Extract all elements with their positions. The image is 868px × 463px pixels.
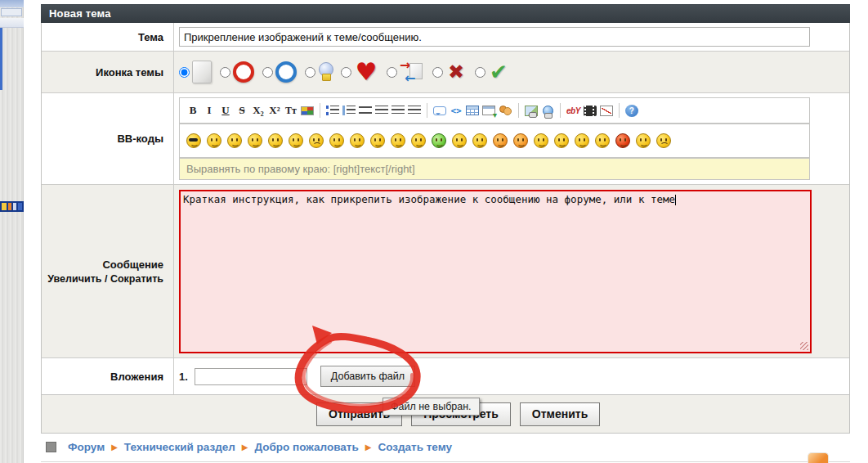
link-icon[interactable] [541,106,554,116]
table-icon[interactable] [466,106,479,115]
smiley-confused-icon[interactable] [207,133,221,148]
message-textarea[interactable]: Краткая инструкция, как прикрепить изобр… [179,190,812,353]
topic-icon-option-heart[interactable] [341,61,378,83]
bbcode-toolbar: BIUSX₂X²Тт<>ebY? [180,98,809,123]
smiley-dead-icon[interactable] [391,133,405,148]
bold-icon[interactable]: B [186,103,199,118]
breadcrumb: Форум▶Технический раздел▶Добро пожаловат… [41,434,850,462]
strikethrough-icon[interactable]: S [235,103,248,118]
topic-icon-radio[interactable] [387,67,397,78]
message-shrink-link[interactable]: Сократить [110,273,163,285]
smiley-devil-icon[interactable] [615,133,630,148]
align-center-icon[interactable] [391,106,405,115]
bbcodes-row: ВВ-коды BIUSX₂X²Тт<>ebY? Выравнять по пр… [42,93,849,185]
textarea-resize-grip[interactable] [800,342,808,350]
smiley-smile-icon[interactable] [227,133,242,148]
image-icon[interactable] [525,106,538,116]
smiley-wacko-icon[interactable] [636,133,651,148]
list-bullet-icon[interactable] [326,106,339,115]
italic-icon[interactable]: I [203,103,216,118]
smiley-biggrin-icon[interactable] [248,133,262,148]
message-label: Сообщение [102,258,163,271]
topic-icon-option-standard[interactable] [179,61,212,83]
cross-topic-icon [445,61,467,83]
smiley-sick-icon[interactable] [432,133,446,148]
code-icon[interactable]: <> [450,103,463,118]
superscript-icon[interactable]: X² [268,103,281,118]
breadcrumb-separator-icon: ▶ [111,443,118,452]
topic-icon-options [179,61,844,83]
font-size-icon[interactable]: Тт [284,103,298,118]
topic-icon-radio[interactable] [179,67,190,78]
cancel-button[interactable]: Отменить [520,402,600,426]
smiley-angry-icon[interactable] [656,133,671,148]
message-enlarge-link[interactable]: Увеличить [47,273,101,285]
align-left-icon[interactable] [375,106,388,115]
smiley-tongue-icon[interactable] [289,133,303,148]
breadcrumb-link[interactable]: Добро пожаловать [255,441,359,453]
smiley-crosseyes-icon[interactable] [472,133,487,148]
attachment-number: 1. [179,371,188,383]
smiley-wink-icon[interactable] [268,133,283,148]
smiley-blush-icon[interactable] [493,133,508,148]
chart-icon[interactable] [600,106,613,116]
smiley-sleep-icon[interactable] [575,133,589,148]
text-color-icon[interactable] [301,106,314,115]
underline-icon[interactable]: U [219,103,232,118]
bbcode-hint: Выравнять по правому краю: [right]текст[… [179,158,810,180]
topic-icon-option-question[interactable] [262,61,297,83]
topic-icon-radio[interactable] [262,67,273,78]
topic-icon-radio[interactable] [305,67,315,78]
topic-icon-option-check[interactable] [475,61,509,83]
subscript-icon[interactable]: X₂ [252,103,265,118]
horizontal-rule-icon[interactable] [359,106,372,115]
smiley-cool-icon[interactable] [186,133,201,148]
users-icon[interactable] [499,105,512,116]
breadcrumb-link[interactable]: Создать тему [378,441,452,453]
topic-row: Тема [42,23,849,52]
smiley-bar [179,124,810,158]
breadcrumb-link[interactable]: Технический раздел [124,441,235,453]
smiley-mad-icon[interactable] [309,133,324,148]
form-table: Тема Иконка темы ВВ-коды BIUSX₂X²Тт<>ebY… [41,23,850,395]
topic-input[interactable] [179,27,810,47]
breadcrumb-link[interactable]: Форум [68,441,105,453]
topic-icon-option-exclamation[interactable] [220,61,254,83]
new-topic-form: Новая тема Тема Иконка темы ВВ-коды [41,4,850,462]
topic-icon-row: Иконка темы [42,52,849,93]
smiley-rolleyes-icon[interactable] [452,133,467,148]
add-file-button[interactable]: Добавить файл [320,366,415,387]
topic-icon-label: Иконка темы [42,52,174,92]
smiley-grin-icon[interactable] [411,133,426,148]
background-window-fragment [0,18,24,28]
spoiler-icon[interactable] [482,106,495,115]
background-window-titlebar-fragment [0,0,24,7]
topic-icon-option-cross[interactable] [432,61,467,83]
rss-icon[interactable] [808,452,829,463]
form-title: Новая тема [41,4,850,23]
attachment-file-input[interactable] [195,368,307,385]
smiley-uncertain-icon[interactable] [370,133,385,148]
topic-icon-radio[interactable] [341,67,351,78]
video-icon[interactable] [584,106,597,116]
check-topic-icon [488,61,509,83]
topic-icon-radio[interactable] [220,67,230,78]
topic-icon-radio[interactable] [432,67,443,78]
ebay-icon[interactable]: ebY [566,103,580,118]
smiley-squint-icon[interactable] [595,133,610,148]
smiley-laugh-icon[interactable] [329,133,344,148]
topic-icon-option-moved[interactable] [387,61,424,83]
help-icon[interactable]: ? [625,105,638,117]
smiley-redface-icon[interactable] [513,133,528,148]
breadcrumb-separator-icon: ▶ [242,443,248,452]
list-numbered-icon[interactable] [342,106,356,115]
smiley-excited-icon[interactable] [554,133,569,148]
bbcodes-label: ВВ-коды [42,93,174,184]
smiley-surprised-icon[interactable] [350,133,365,148]
toolbar-separator [619,103,620,118]
quote-icon[interactable] [433,106,446,115]
topic-icon-radio[interactable] [475,67,485,78]
topic-icon-option-lightbulb[interactable] [305,61,333,83]
smiley-kiss-icon[interactable] [534,133,548,148]
align-right-icon[interactable] [408,106,421,115]
